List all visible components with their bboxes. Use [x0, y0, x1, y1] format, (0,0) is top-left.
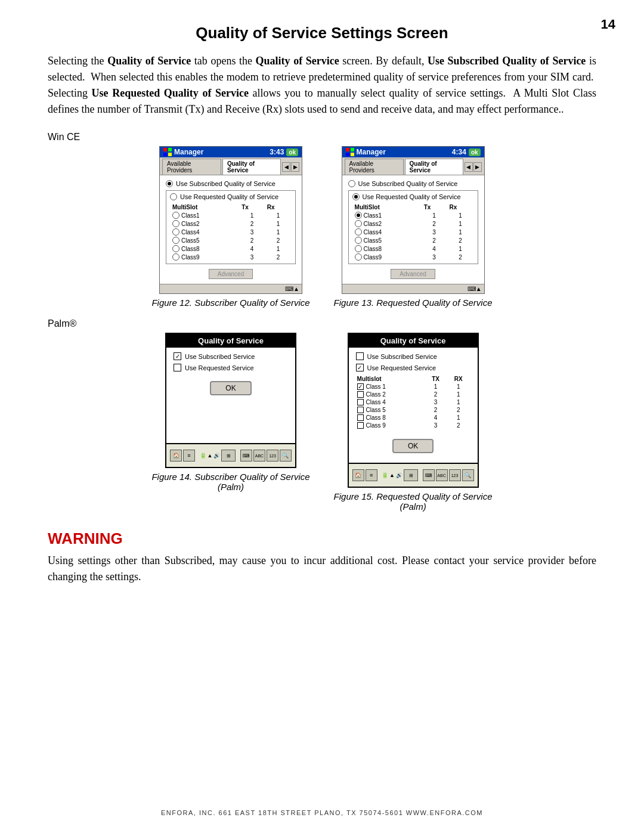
radio-class-icon — [172, 253, 179, 261]
palm-battery-icon-fig15: 🔋 — [382, 472, 388, 478]
palm-home-icon-fig15[interactable]: 🏠 — [352, 469, 364, 481]
palm-class-checkbox — [357, 422, 364, 429]
palm-col-multislot-fig15: Multislot — [356, 375, 425, 383]
radio-subscribed-fig13[interactable]: Use Subscribed Quality of Service — [348, 180, 478, 187]
palm-content-fig14: Use Subscribed Service Use Requested Ser… — [166, 348, 295, 443]
col-tx-fig13: Tx — [422, 203, 447, 211]
warning-section: WARNING Using settings other than Subscr… — [48, 529, 596, 585]
table-row: Class 221 — [356, 391, 470, 398]
wince-time-fig12: 3:43 — [270, 148, 284, 156]
tab-nav-back-fig13[interactable]: ◀ — [465, 162, 473, 172]
tab-quality-of-service-fig12[interactable]: Quality of Service — [222, 159, 281, 175]
wince-window-fig12: Manager 3:43 ok Available Providers Qual… — [159, 146, 302, 294]
wince-figures-row: Manager 3:43 ok Available Providers Qual… — [48, 146, 596, 308]
table-row: Class 111 — [356, 383, 470, 391]
palm-multislot-table-fig15: Multislot TX RX Class 111Class 221Class … — [356, 375, 470, 429]
palm-figures-row: Quality of Service Use Subscribed Servic… — [48, 333, 596, 512]
ok-badge-fig12[interactable]: ok — [286, 148, 298, 156]
table-row: Class431 — [170, 228, 292, 236]
tab-nav-back-fig12[interactable]: ◀ — [282, 162, 290, 172]
keyboard-icon-fig12: ⌨ — [285, 286, 293, 292]
palm-class-checkbox — [357, 414, 364, 421]
ok-button-fig14[interactable]: OK — [210, 381, 251, 395]
requested-service-box-fig12: Use Requested Quality of Service MultiSl… — [166, 190, 296, 264]
tab-available-providers-fig12[interactable]: Available Providers — [162, 159, 221, 175]
caption-fig13: Figure 13. Requested Quality of Service — [334, 298, 493, 308]
palm-checkbox-subscribed-label-fig14: Use Subscribed Service — [185, 353, 255, 360]
table-row: Class111 — [170, 211, 292, 219]
table-row: Class 431 — [356, 398, 470, 406]
warning-text: Using settings other than Subscribed, ma… — [48, 553, 596, 585]
palm-checkbox-subscribed-fig14[interactable]: Use Subscribed Service — [174, 352, 288, 360]
radio-class-icon — [355, 237, 362, 244]
caption-fig14: Figure 14. Subscriber Quality of Service… — [151, 472, 309, 492]
radio-subscribed-fig12[interactable]: Use Subscribed Quality of Service — [166, 180, 296, 187]
caption-fig15: Figure 15. Requested Quality of Service(… — [334, 491, 493, 512]
radio-class-icon — [355, 220, 362, 227]
palm-window-fig15: Quality of Service Use Subscribed Servic… — [348, 333, 479, 488]
wince-tabs-fig13: Available Providers Quality of Service ◀… — [342, 157, 484, 175]
palm-class-checkbox — [357, 383, 364, 390]
tab-nav-fwd-fig13[interactable]: ▶ — [473, 162, 482, 172]
palm-keyboard-icon-fig15[interactable]: ⌨ — [423, 469, 435, 481]
palm-arrow-icon-fig14: ▲ — [208, 453, 213, 459]
radio-requested-fig13[interactable]: Use Requested Quality of Service — [352, 193, 474, 200]
palm-window-fig14: Quality of Service Use Subscribed Servic… — [165, 333, 296, 468]
palm-find-icon-fig14[interactable]: 🔍 — [280, 450, 292, 462]
palm-content-fig15: Use Subscribed Service Use Requested Ser… — [349, 348, 478, 463]
wince-tabs-fig12: Available Providers Quality of Service ◀… — [160, 157, 302, 175]
wince-titlebar-fig13: Manager 4:34 ok — [342, 147, 484, 157]
svg-rect-5 — [351, 148, 354, 151]
wince-time-fig13: 4:34 — [452, 148, 466, 156]
palm-checkbox-requested-fig15[interactable]: Use Requested Service — [356, 364, 470, 371]
palm-checkbox-requested-label-fig14: Use Requested Service — [185, 364, 254, 371]
table-row: Class522 — [170, 236, 292, 244]
palm-checkbox-subscribed-fig15[interactable]: Use Subscribed Service — [356, 352, 470, 360]
palm-keyboard-icon-fig14[interactable]: ⌨ — [240, 450, 252, 462]
body-paragraph: Selecting the Quality of Service tab ope… — [48, 53, 596, 117]
advanced-button-fig12[interactable]: Advanced — [209, 269, 253, 279]
radio-class-icon — [355, 245, 362, 252]
tab-nav-fwd-fig12[interactable]: ▶ — [291, 162, 299, 172]
radio-class-icon — [355, 212, 362, 219]
wince-statusbar-fig12: ⌨ ▲ — [160, 284, 302, 293]
svg-rect-4 — [346, 148, 349, 151]
requested-service-box-fig13: Use Requested Quality of Service MultiSl… — [348, 190, 478, 264]
advanced-button-fig13[interactable]: Advanced — [391, 269, 435, 279]
palm-checkbox-requested-label-fig15: Use Requested Service — [367, 364, 436, 371]
palm-class-checkbox — [357, 391, 364, 398]
multislot-table-fig12: MultiSlot Tx Rx Class111Class221Class431… — [170, 203, 292, 261]
palm-apps-icon-fig14[interactable]: ⊞ — [221, 450, 236, 462]
tab-quality-of-service-fig13[interactable]: Quality of Service — [405, 159, 463, 175]
platform-label-wince: Win CE — [48, 132, 596, 143]
multislot-table-fig13: MultiSlot Tx Rx Class111Class221Class431… — [352, 203, 474, 261]
table-row: Class111 — [352, 211, 474, 219]
figure-14-block: Quality of Service Use Subscribed Servic… — [151, 333, 309, 492]
radio-class-icon — [172, 212, 179, 219]
table-row: Class841 — [170, 244, 292, 253]
palm-abc-icon-fig15: ABC — [436, 469, 448, 481]
palm-checkbox-requested-icon-fig14 — [174, 364, 181, 371]
palm-titlebar-fig15: Quality of Service — [349, 334, 478, 348]
palm-home-icon-fig14[interactable]: 🏠 — [170, 450, 182, 462]
palm-class-checkbox — [357, 399, 364, 405]
svg-rect-6 — [346, 153, 349, 156]
palm-find-icon-fig15[interactable]: 🔍 — [462, 469, 474, 481]
radio-class-icon — [355, 228, 362, 236]
palm-menu-icon-fig15[interactable]: ≡ — [366, 469, 377, 481]
ok-button-fig15[interactable]: OK — [392, 439, 434, 453]
page-title: Quality of Service Settings Screen — [48, 24, 596, 42]
palm-bottom-bar-fig14: 🏠 ≡ 🔋 ▲ 🔊 ⊞ ⌨ ABC 123 🔍 — [166, 443, 295, 467]
ok-badge-fig13[interactable]: ok — [469, 148, 481, 156]
palm-123-icon-fig15: 123 — [449, 469, 461, 481]
radio-requested-fig12[interactable]: Use Requested Quality of Service — [170, 193, 292, 200]
table-row: Class221 — [170, 219, 292, 228]
wince-statusbar-fig13: ⌨ ▲ — [342, 284, 484, 293]
radio-class-icon — [172, 245, 179, 252]
palm-checkbox-requested-fig14[interactable]: Use Requested Service — [174, 364, 288, 371]
tab-available-providers-fig13[interactable]: Available Providers — [345, 159, 404, 175]
palm-checkbox-requested-icon-fig15 — [356, 364, 364, 371]
palm-menu-icon-fig14[interactable]: ≡ — [183, 450, 195, 462]
palm-checkbox-subscribed-icon-fig14 — [174, 352, 181, 360]
palm-apps-icon-fig15[interactable]: ⊞ — [404, 469, 418, 481]
